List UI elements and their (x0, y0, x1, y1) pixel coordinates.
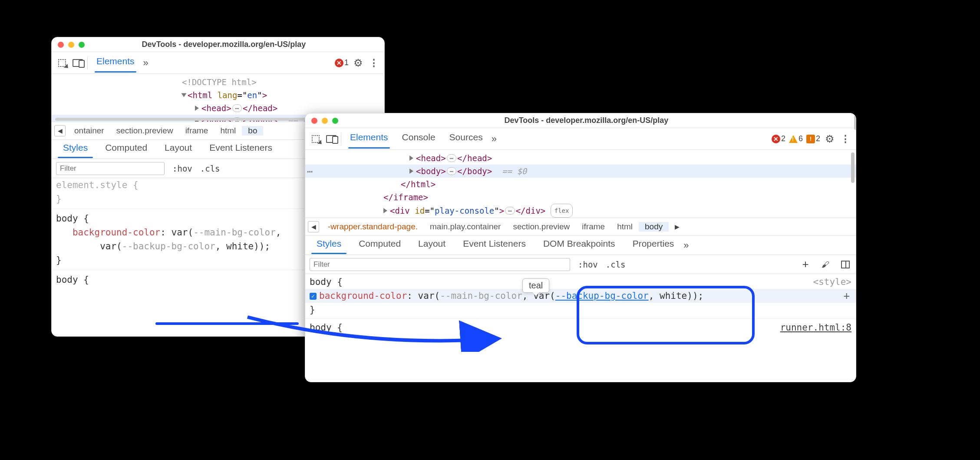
crumb-body[interactable]: bo (242, 126, 263, 136)
dom-truncated-row: <!DOCTYPE html> (52, 76, 384, 89)
var-value-tooltip: teal (522, 278, 549, 293)
main-tab-rail: Elements Console Sources » ✕2 6 !2 (305, 128, 856, 150)
error-count-badge[interactable]: ✕1 (335, 58, 349, 67)
cls-toggle[interactable]: .cls (606, 260, 626, 269)
dom-html-row[interactable]: <html lang="en"> (52, 89, 384, 102)
subtab-styles[interactable]: Styles (308, 237, 350, 254)
dom-body-row-selected[interactable]: <body>⋯</body> == $0 (305, 165, 856, 178)
hov-toggle[interactable]: :hov (578, 260, 598, 269)
dom-iframe-close-row: </iframe> (305, 191, 856, 204)
subtab-styles[interactable]: Styles (54, 141, 96, 158)
close-icon[interactable] (58, 42, 64, 48)
more-tabs-icon[interactable]: » (492, 133, 497, 145)
gear-icon[interactable] (824, 133, 836, 145)
error-count-badge[interactable]: ✕2 (772, 134, 785, 143)
crumb-body[interactable]: body (639, 222, 669, 232)
breadcrumb-scroll-left[interactable]: ◀ (308, 221, 319, 232)
inspect-element-icon[interactable] (310, 133, 322, 145)
annotation-arrow (243, 300, 517, 352)
rule-selector[interactable]: body (310, 277, 332, 287)
add-declaration-icon[interactable]: + (844, 289, 850, 303)
subtab-event-listeners[interactable]: Event Listeners (201, 141, 281, 158)
warning-count-badge[interactable]: 6 (789, 134, 803, 143)
pane-scrollbar[interactable] (854, 115, 856, 130)
new-style-rule-icon[interactable] (799, 258, 812, 271)
tab-elements[interactable]: Elements (91, 53, 140, 73)
subtab-computed[interactable]: Computed (96, 141, 156, 158)
window-title: DevTools - developer.mozilla.org/en-US/p… (322, 116, 851, 125)
subtab-layout[interactable]: Layout (409, 237, 454, 254)
more-icon[interactable] (368, 57, 380, 69)
tab-elements[interactable]: Elements (345, 129, 393, 149)
brush-icon[interactable] (819, 258, 832, 271)
dom-head-row[interactable]: <head>⋯</head> (305, 152, 856, 165)
crumb-iframe[interactable]: iframe (576, 222, 611, 232)
styles-filter-input[interactable] (56, 162, 165, 175)
crumb-section[interactable]: section.preview (110, 126, 179, 136)
close-icon[interactable] (311, 118, 317, 124)
window-title: DevTools - developer.mozilla.org/en-US/p… (69, 40, 379, 49)
styles-filter-input[interactable] (310, 258, 570, 271)
crumb-wrapper[interactable]: -wrapper.standard-page. (322, 222, 424, 232)
breadcrumb: ◀ -wrapper.standard-page. main.play.cont… (305, 218, 856, 236)
main-tab-rail: Elements » ✕1 (52, 52, 384, 74)
titlebar: DevTools - developer.mozilla.org/en-US/p… (305, 113, 856, 128)
crumb-section[interactable]: section.preview (507, 222, 576, 232)
titlebar: DevTools - developer.mozilla.org/en-US/p… (52, 37, 384, 52)
source-link-runner[interactable]: runner.html:8 (780, 321, 851, 334)
horizontal-scrollbar[interactable] (55, 118, 323, 121)
device-toolbar-icon[interactable] (325, 133, 337, 145)
crumb-container[interactable]: ontainer (68, 126, 110, 136)
hov-toggle[interactable]: :hov (172, 164, 192, 173)
breadcrumb-scroll-left[interactable]: ◀ (54, 125, 66, 136)
inspect-element-icon[interactable] (56, 57, 68, 69)
subtab-layout[interactable]: Layout (156, 141, 201, 158)
rule-selector[interactable]: body (56, 213, 78, 224)
more-icon[interactable] (839, 133, 851, 145)
styles-filter-bar: :hov .cls (305, 255, 856, 274)
dom-scrollbar[interactable] (851, 152, 855, 183)
crumb-html[interactable]: html (214, 126, 242, 136)
styles-tab-rail: Styles Computed Layout Event Listeners D… (305, 236, 856, 255)
css-property[interactable]: background-color (73, 227, 160, 238)
dom-tree[interactable]: … <head>⋯</head> <body>⋯</body> == $0 </… (305, 150, 856, 218)
dom-div-row[interactable]: <div id="play-console">⋯</div> flex (305, 204, 856, 218)
issue-count-badge[interactable]: !2 (806, 134, 820, 143)
subtab-dom-breakpoints[interactable]: DOM Breakpoints (535, 237, 624, 254)
tab-sources[interactable]: Sources (444, 129, 488, 149)
gear-icon[interactable] (352, 57, 364, 69)
device-toolbar-icon[interactable] (72, 57, 84, 69)
more-tabs-icon[interactable]: » (143, 57, 148, 69)
crumb-iframe[interactable]: iframe (179, 126, 214, 136)
property-enabled-checkbox[interactable]: ✓ (310, 293, 317, 300)
crumb-html[interactable]: html (611, 222, 639, 232)
computed-panel-icon[interactable] (839, 258, 851, 271)
rule-selector-2[interactable]: body (56, 275, 78, 285)
source-link-style[interactable]: <style> (813, 275, 851, 289)
cls-toggle[interactable]: .cls (200, 164, 220, 173)
subtab-properties[interactable]: Properties (624, 237, 683, 254)
tab-console[interactable]: Console (397, 129, 441, 149)
breadcrumb-scroll-right[interactable]: ▶ (671, 221, 683, 232)
crumb-main[interactable]: main.play.container (424, 222, 507, 232)
subtab-computed[interactable]: Computed (350, 237, 409, 254)
dom-html-close-row: </html> (305, 178, 856, 191)
annotation-highlight-box (577, 286, 755, 344)
subtab-event-listeners[interactable]: Event Listeners (454, 237, 535, 254)
more-subtabs-icon[interactable]: » (683, 240, 689, 251)
